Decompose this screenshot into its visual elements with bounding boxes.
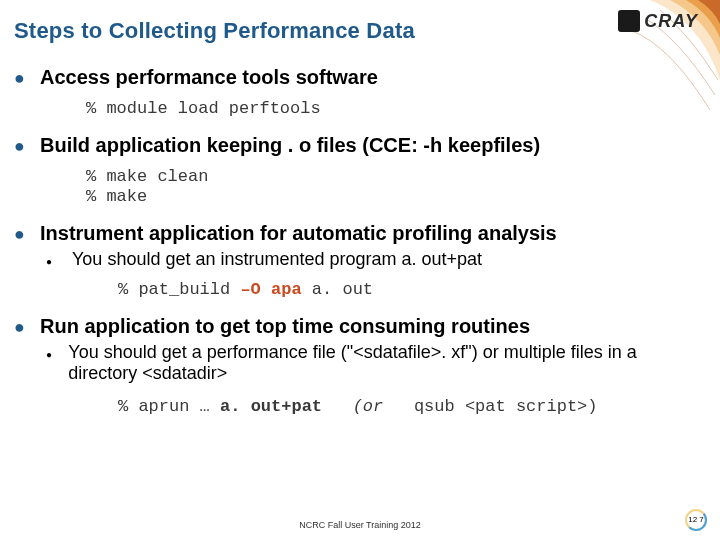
item-heading: Instrument application for automatic pro…: [40, 222, 557, 245]
slide-content: ● Access performance tools software % mo…: [14, 66, 696, 418]
bullet-icon: ●: [14, 225, 40, 243]
code-block: % aprun … a. out+pat (or qsub <pat scrip…: [118, 397, 696, 418]
code-text: qsub <pat script>): [414, 397, 598, 416]
code-block: % module load perftools: [86, 99, 696, 120]
code-flag: –O apa: [240, 280, 301, 299]
bullet-icon: ●: [46, 347, 68, 363]
item-heading: Access performance tools software: [40, 66, 378, 89]
item-subtext: You should get a performance file ("<sda…: [68, 342, 696, 383]
code-bold: a. out+pat: [220, 397, 322, 416]
slide-footer: NCRC Fall User Training 2012: [0, 520, 720, 530]
code-italic: (or: [322, 397, 414, 416]
code-text: % aprun …: [118, 397, 220, 416]
list-item: ● Build application keeping . o files (C…: [14, 134, 696, 208]
list-item: ● You should get an instrumented program…: [46, 249, 696, 301]
bullet-icon: ●: [46, 254, 72, 270]
list-item: ● Access performance tools software % mo…: [14, 66, 696, 120]
brand-logo-text: CRAY: [644, 11, 698, 32]
item-heading: Run application to get top time consumin…: [40, 315, 530, 338]
bullet-icon: ●: [14, 318, 40, 336]
list-item: ● Instrument application for automatic p…: [14, 222, 696, 301]
bullet-icon: ●: [14, 69, 40, 87]
code-block: % make clean % make: [86, 167, 696, 208]
list-item: ● You should get a performance file ("<s…: [46, 342, 696, 418]
item-heading: Build application keeping . o files (CCE…: [40, 134, 540, 157]
code-text: % pat_build: [118, 280, 240, 299]
list-item: ● Run application to get top time consum…: [14, 315, 696, 418]
code-block: % pat_build –O apa a. out: [118, 280, 696, 301]
bullet-icon: ●: [14, 137, 40, 155]
brand-logo: CRAY: [618, 10, 698, 32]
code-text: a. out: [302, 280, 373, 299]
page-number-text: 12 7: [684, 508, 708, 532]
slide-title: Steps to Collecting Performance Data: [14, 18, 696, 44]
slide: CRAY Steps to Collecting Performance Dat…: [0, 0, 720, 540]
item-subtext: You should get an instrumented program a…: [72, 249, 482, 270]
page-number-badge: 12 7: [684, 508, 708, 532]
brand-logo-mark: [618, 10, 640, 32]
